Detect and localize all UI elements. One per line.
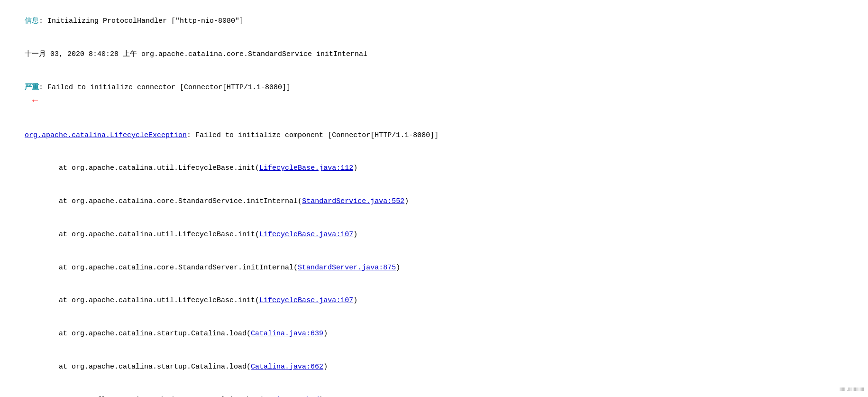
stacktrace-close-3: ) (353, 231, 357, 239)
stacktrace-text-1: at org.apache.catalina.util.LifecycleBas… (25, 164, 259, 172)
stacktrace-close-2: ) (404, 197, 409, 205)
stacktrace-text-4: at org.apache.catalina.core.StandardServ… (25, 264, 298, 272)
log-line-2: 十一月 03, 2020 8:40:28 上午 org.apache.catal… (8, 38, 860, 71)
severe-label-1: 严重 (25, 83, 39, 92)
log-text-1: : Initializing ProtocolHandler ["http-ni… (39, 17, 244, 25)
log-line-3: 严重: Failed to initialize connector [Conn… (8, 71, 860, 119)
lifecyclebase-112-link[interactable]: LifecycleBase.java:112 (259, 164, 353, 172)
arrow-icon: ← (30, 95, 40, 105)
stacktrace-text-2: at org.apache.catalina.core.StandardServ… (25, 197, 302, 205)
lifecycle-exception-link-1[interactable]: org.apache.catalina.LifecycleException (25, 131, 187, 139)
stacktrace-text-7: at org.apache.catalina.startup.Catalina.… (25, 363, 251, 371)
log-text-3: : Failed to initialize connector [Connec… (39, 83, 291, 92)
standardservice-552-link[interactable]: StandardService.java:552 (302, 197, 404, 205)
standardserver-875-link[interactable]: StandardServer.java:875 (298, 264, 396, 272)
catalina-662-link[interactable]: Catalina.java:662 (251, 363, 323, 371)
stacktrace-line-4: at org.apache.catalina.core.StandardServ… (8, 251, 860, 284)
log-container: 信息: Initializing ProtocolHandler ["http-… (8, 5, 860, 397)
info-label-1: 信息 (25, 17, 39, 25)
stacktrace-text-6: at org.apache.catalina.startup.Catalina.… (25, 330, 251, 338)
stacktrace-close-5: ) (353, 296, 357, 305)
stacktrace-text-3: at org.apache.catalina.util.LifecycleBas… (25, 231, 259, 239)
stacktrace-close-1: ) (353, 164, 357, 172)
stacktrace-line-6: at org.apache.catalina.startup.Catalina.… (8, 317, 860, 351)
stacktrace-close-7: ) (323, 363, 328, 371)
watermark: iiiiii.iiiiiiiiiiiiii (840, 385, 864, 393)
stacktrace-line-3: at org.apache.catalina.util.LifecycleBas… (8, 218, 860, 251)
lifecyclebase-107-link-1[interactable]: LifecycleBase.java:107 (259, 231, 353, 239)
catalina-639-link[interactable]: Catalina.java:639 (251, 330, 323, 338)
stacktrace-line-7: at org.apache.catalina.startup.Catalina.… (8, 351, 860, 384)
log-line-1: 信息: Initializing ProtocolHandler ["http-… (8, 5, 860, 38)
log-text-2: 十一月 03, 2020 8:40:28 上午 org.apache.catal… (25, 50, 367, 58)
stacktrace-text-5: at org.apache.catalina.util.LifecycleBas… (25, 296, 259, 305)
stacktrace-line-2: at org.apache.catalina.core.StandardServ… (8, 185, 860, 218)
stacktrace-close-6: ) (323, 330, 328, 338)
log-line-4: org.apache.catalina.LifecycleException: … (8, 119, 860, 152)
stacktrace-line-8: at sun.reflect.NativeMethodAccessorImpl.… (8, 383, 860, 397)
lifecyclebase-107-link-2[interactable]: LifecycleBase.java:107 (259, 296, 353, 305)
stacktrace-close-4: ) (396, 264, 400, 272)
exception-text-1: : Failed to initialize component [Connec… (187, 131, 439, 139)
stacktrace-line-5: at org.apache.catalina.util.LifecycleBas… (8, 284, 860, 317)
stacktrace-line-1: at org.apache.catalina.util.LifecycleBas… (8, 152, 860, 185)
